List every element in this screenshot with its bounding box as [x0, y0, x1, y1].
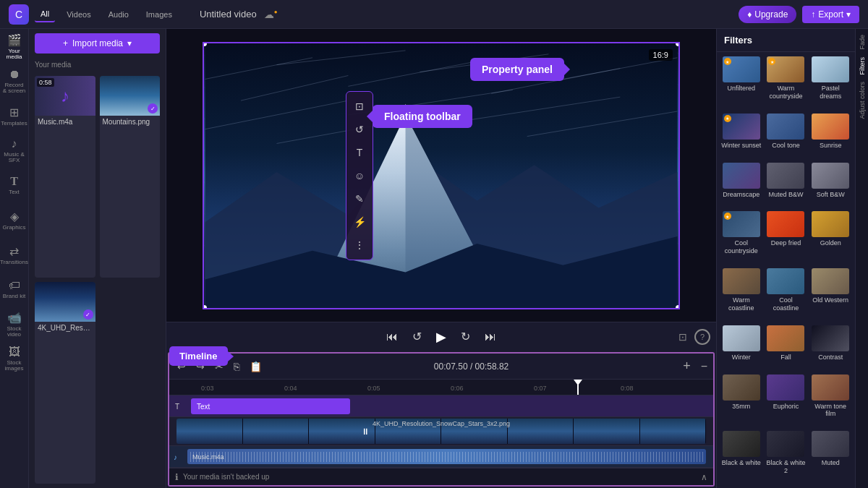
ft-more-btn[interactable]: ⋮ — [349, 235, 370, 255]
top-bar-right: ♦ Upgrade ↑ Export ▾ — [739, 6, 859, 23]
filter-label-bw: Black & white — [722, 459, 761, 467]
filter-euphoric[interactable]: Euphoric — [766, 374, 807, 427]
music-icon: ♪ — [12, 137, 17, 150]
filter-black-white-2[interactable]: Black & white 2 — [766, 431, 807, 484]
ft-text-btn[interactable]: T — [349, 142, 370, 163]
import-media-button[interactable]: + Import media ▾ — [35, 33, 160, 53]
sidebar-item-templates[interactable]: ⊞ Templates — [3, 104, 26, 127]
filter-muted-bw[interactable]: Muted B&W — [766, 163, 807, 207]
record-icon: ⏺ — [9, 68, 20, 81]
media-label-music: Music.m4a — [35, 116, 95, 128]
text-track: T Text — [169, 395, 713, 417]
filter-muted[interactable]: Muted — [810, 431, 851, 484]
rewind-button[interactable]: ↺ — [409, 327, 425, 346]
sidebar-item-graphics[interactable]: ◈ Graphics — [3, 208, 26, 231]
filter-thumb-cool-coast — [767, 268, 804, 294]
media-item-mountains[interactable]: ✓ Mountains.png — [100, 76, 161, 278]
filter-unfiltered[interactable]: ★ Unfiltered — [721, 56, 762, 109]
filter-cool-tone[interactable]: Cool tone — [766, 114, 807, 158]
media-item-music[interactable]: ♪ 0:58 Music.m4a — [35, 76, 95, 278]
skip-forward-button[interactable]: ⏭ — [482, 328, 499, 346]
sidebar-item-brand[interactable]: 🏷 Brand kit — [3, 278, 26, 301]
sidebar-item-music[interactable]: ♪ Music & SFX — [3, 139, 26, 162]
sidebar-item-stock-images[interactable]: 🖼 Stock images — [3, 347, 26, 370]
center-area: Toolbar — [166, 29, 716, 488]
tab-images[interactable]: Images — [140, 7, 178, 22]
sidebar-item-text[interactable]: T Text — [3, 174, 26, 197]
adjust-colors-tab[interactable]: Adjust colors — [859, 82, 866, 119]
fav-icon: ★ — [768, 58, 775, 65]
filter-soft-bw[interactable]: Soft B&W — [810, 163, 851, 207]
info-icon: ℹ — [175, 472, 179, 482]
filter-warm-coastline[interactable]: Warm coastline — [721, 268, 762, 321]
text-clip[interactable]: Text — [191, 398, 350, 414]
chevron-up-icon[interactable]: ∧ — [701, 472, 707, 482]
ruler-mark-5: 0:07 — [534, 385, 547, 392]
timeline-header: ↩ ↪ ✂ ⎘ 📋 00:07.50 / 00:58.82 + − — [169, 354, 713, 380]
audio-strip[interactable] — [187, 449, 706, 464]
filter-35mm[interactable]: 35mm — [721, 374, 762, 427]
upgrade-button[interactable]: ♦ Upgrade — [739, 6, 796, 23]
video-frame-1 — [176, 419, 243, 444]
check-mark: ✓ — [148, 103, 158, 114]
ruler-mark-1: 0:03 — [201, 385, 214, 392]
filter-label-winter-sunset: Winter sunset — [721, 142, 761, 150]
export-button[interactable]: ↑ Export ▾ — [802, 6, 859, 23]
fullscreen-button[interactable]: ⊡ — [678, 331, 687, 343]
tab-all[interactable]: All — [35, 7, 55, 22]
mountain-svg — [204, 43, 678, 308]
video-preview[interactable]: 16:9 — [203, 42, 680, 309]
media-item-4k[interactable]: ✓ 4K_UHD_Resolutio... — [35, 282, 95, 484]
filter-winter[interactable]: Winter — [721, 325, 762, 370]
check-mark-4k: ✓ — [83, 309, 93, 320]
play-button[interactable]: ▶ — [433, 326, 449, 348]
filters-tab-vertical[interactable]: Filters — [859, 57, 866, 75]
timeline-label: Timeline — [169, 346, 228, 366]
stock-images-icon: 🖼 — [9, 346, 20, 359]
help-button[interactable]: ? — [694, 329, 710, 345]
ft-emoji-btn[interactable]: ☺ — [349, 166, 370, 186]
filter-label-35mm: 35mm — [732, 403, 750, 411]
fast-forward-button[interactable]: ↻ — [458, 327, 473, 346]
paste-button[interactable]: 📋 — [247, 359, 264, 374]
corner-handle-br[interactable] — [676, 305, 680, 309]
fade-tab[interactable]: Fade — [859, 35, 866, 50]
filter-winter-sunset[interactable]: ★ Winter sunset — [721, 114, 762, 158]
filter-warm-countryside[interactable]: ★ Warm countryside — [766, 56, 807, 109]
filter-black-white[interactable]: Black & white — [721, 431, 762, 484]
filter-fall[interactable]: Fall — [766, 325, 807, 370]
filter-contrast[interactable]: Contrast — [810, 325, 851, 370]
video-track: 4K_UHD_Resolution_SnowCap_Stars_3x2.png … — [169, 417, 713, 446]
add-track-button[interactable]: + — [678, 357, 695, 375]
sidebar-item-transitions[interactable]: ⇄ Transitions — [3, 243, 26, 266]
tab-audio[interactable]: Audio — [103, 7, 135, 22]
backup-notice: ℹ Your media isn't backed up ∧ — [169, 468, 713, 485]
filter-thumb-fall — [767, 325, 804, 351]
filter-thumb-warm: ★ — [767, 56, 804, 82]
timeline-ruler: 0:03 0:04 0:05 0:06 0:07 0:08 — [169, 380, 713, 395]
filter-old-western[interactable]: Old Western — [810, 268, 851, 321]
ft-effect-btn[interactable]: ⚡ — [349, 212, 370, 232]
chevron-down-icon: ▾ — [846, 9, 851, 20]
media-grid: ♪ 0:58 Music.m4a ✓ Mountains.png ✓ 4K_UH… — [29, 72, 166, 488]
sidebar-item-stock-video[interactable]: 📹 Stock video — [3, 312, 26, 335]
sidebar-item-record[interactable]: ⏺ Record & screen — [3, 69, 26, 93]
filter-pastel-dreams[interactable]: Pastel dreams — [810, 56, 851, 109]
filter-golden[interactable]: Golden — [810, 211, 851, 264]
filter-thumb-sunrise — [812, 114, 849, 140]
filter-dreamscape[interactable]: Dreamscape — [721, 163, 762, 207]
filter-sunrise[interactable]: Sunrise — [810, 114, 851, 158]
tab-videos[interactable]: Videos — [61, 7, 96, 22]
audio-label: Music.m4a — [192, 453, 224, 461]
filter-cool-countryside[interactable]: ★ Cool countryside — [721, 211, 762, 264]
filter-cool-coastline[interactable]: Cool coastline — [766, 268, 807, 321]
app-logo: C — [9, 4, 29, 25]
filter-thumb-warm-film — [812, 374, 849, 401]
filter-warm-tone-film[interactable]: Warm tone film — [810, 374, 851, 427]
collapse-button[interactable]: − — [701, 360, 707, 373]
filter-deep-fried[interactable]: Deep fried — [766, 211, 807, 264]
ft-paint-btn[interactable]: ✎ — [349, 189, 370, 209]
corner-handle-tr[interactable] — [676, 42, 680, 46]
skip-back-button[interactable]: ⏮ — [383, 328, 401, 346]
sidebar-item-your-media[interactable]: 🎬 Your media — [3, 35, 26, 58]
